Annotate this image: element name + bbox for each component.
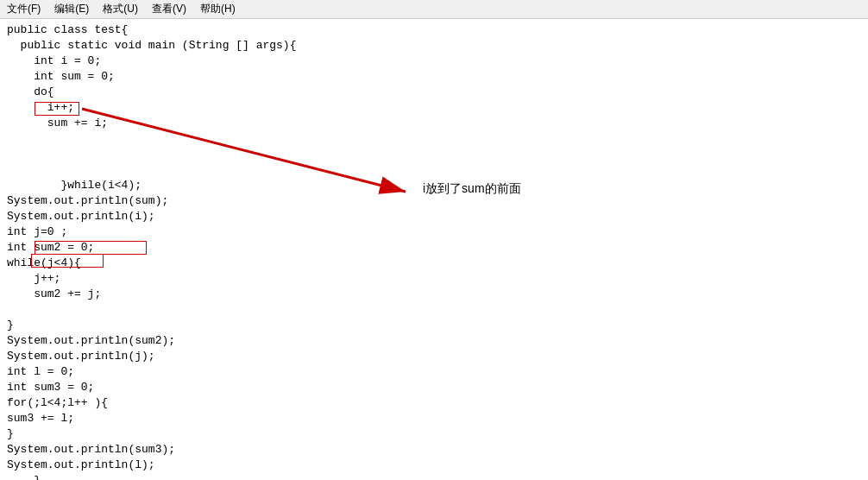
editor-area[interactable]: public class test{ public static void ma… xyxy=(0,19,868,480)
highlight-box-3 xyxy=(31,254,104,268)
menu-edit[interactable]: 编辑(E) xyxy=(54,2,89,16)
menu-help[interactable]: 帮助(H) xyxy=(200,2,236,16)
menu-format[interactable]: 格式(U) xyxy=(103,2,138,16)
menu-bar: 文件(F) 编辑(E) 格式(U) 查看(V) 帮助(H) xyxy=(0,0,868,19)
highlight-box-1 xyxy=(35,102,79,116)
menu-file[interactable]: 文件(F) xyxy=(7,2,41,16)
menu-view[interactable]: 查看(V) xyxy=(152,2,186,16)
highlight-box-2 xyxy=(35,241,147,255)
annotation-text: i放到了sum的前面 xyxy=(423,181,521,197)
